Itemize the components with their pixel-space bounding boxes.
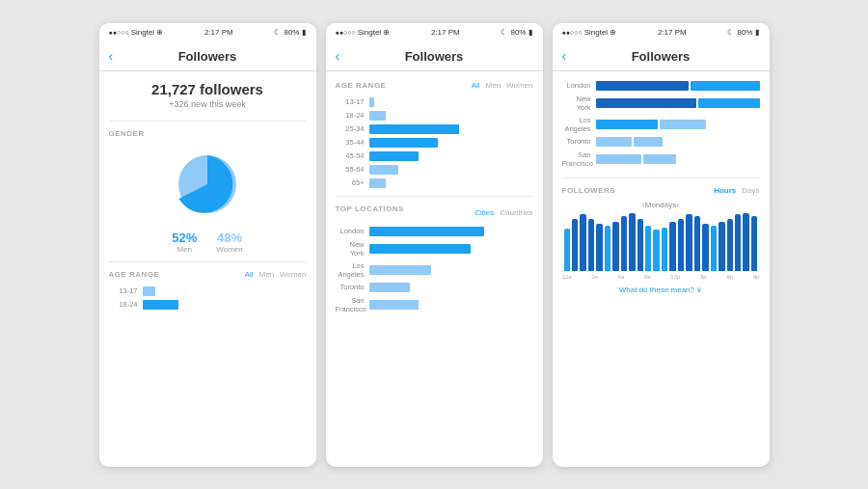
divider-1 — [109, 121, 307, 122]
age-row-18-2: 18-24 — [336, 111, 533, 121]
battery-3: 80% — [737, 28, 752, 37]
loc-toronto: Toronto — [336, 283, 533, 292]
hourly-bar-1 — [572, 219, 578, 270]
age-range-label-1: AGE RANGE — [109, 270, 160, 279]
filter-tabs-2: All Men Women — [472, 81, 533, 90]
hourly-bar-21 — [735, 214, 741, 270]
nav-title-1: Followers — [178, 49, 237, 64]
nav-title-3: Followers — [632, 49, 691, 64]
back-button-1[interactable]: ‹ — [109, 48, 114, 64]
follower-number: 21,727 followers — [109, 81, 307, 97]
phone-1-content: 21,727 followers +326 new this week GEND… — [99, 71, 316, 467]
filter-men-2[interactable]: Men — [486, 81, 502, 90]
carrier-1: Singtel — [131, 28, 154, 37]
filter-women-2[interactable]: Women — [506, 81, 532, 90]
hourly-bar-5 — [605, 226, 610, 270]
filter-all-1[interactable]: All — [245, 270, 254, 279]
divider-p3 — [562, 177, 760, 178]
age-row-45-2: 45-54 — [336, 151, 533, 161]
signal-1: ●●○○○ — [109, 29, 129, 36]
follower-count: 21,727 followers +326 new this week — [109, 81, 307, 109]
age-bars-2: 13-17 18-24 25-34 35-44 45-54 — [336, 97, 533, 188]
pie-svg — [169, 146, 246, 223]
hourly-bar-19 — [719, 222, 724, 270]
hourly-bar-16 — [694, 216, 700, 270]
moon-icon-2: ☾ — [501, 28, 507, 37]
hourly-bar-20 — [727, 219, 733, 270]
loc3-la: Los Angeles — [562, 116, 760, 133]
age-row-18-1: 18-24 — [109, 300, 307, 310]
carrier-3: Singtel — [584, 28, 608, 37]
age-range-header-1: AGE RANGE All Men Women — [109, 270, 307, 279]
hourly-bar-13 — [669, 222, 675, 270]
filter-men-1[interactable]: Men — [259, 270, 275, 279]
hourly-bar-14 — [678, 219, 684, 271]
hourly-bar-6 — [612, 222, 618, 270]
age-row-65-2: 65+ — [336, 178, 533, 188]
phone-2-content: AGE RANGE All Men Women 13-17 18-24 25-3… — [326, 71, 543, 467]
divider-2 — [109, 261, 307, 262]
hourly-bar-2 — [580, 214, 585, 270]
hourly-bar-23 — [751, 216, 757, 270]
age-range-label-2: AGE RANGE — [336, 81, 387, 90]
loc3-toronto: Toronto — [562, 137, 760, 147]
moon-icon-1: ☾ — [274, 28, 281, 37]
loc-london: London — [336, 227, 533, 236]
hourly-bar-9 — [637, 219, 643, 270]
women-label: 48% Women — [216, 231, 242, 254]
status-bar-1: ●●○○○ Singtel ⊕ 2:17 PM ☾ 80% ▮ — [99, 23, 316, 42]
hourly-bar-12 — [662, 228, 667, 270]
time-2: 2:17 PM — [431, 28, 460, 37]
signal-2: ●●○○○ — [336, 29, 356, 36]
hourly-bar-22 — [743, 213, 748, 271]
nav-title-2: Followers — [405, 49, 464, 64]
top-loc-header: TOP LOCATIONS Cities Countries — [336, 204, 533, 221]
men-text: Men — [172, 245, 197, 254]
age-range-header-2: AGE RANGE All Men Women — [336, 81, 533, 90]
followers-header-row: FOLLOWERS Hours Days — [562, 186, 760, 195]
loc3-sf: San Francisco — [562, 150, 760, 168]
hourly-labels: 12a 3a 6a 9a 12p 3p 6p 9p — [562, 274, 760, 280]
back-button-2[interactable]: ‹ — [336, 48, 340, 64]
loc3-newyork: New York — [562, 95, 760, 112]
loc3-london: London — [562, 81, 760, 91]
hourly-bar-8 — [629, 213, 635, 271]
hourly-bar-17 — [702, 224, 708, 271]
weekly-gain: +326 new this week — [109, 99, 307, 109]
women-text: Women — [216, 245, 242, 254]
mondays-label: ‹Mondays› — [562, 201, 760, 209]
what-link[interactable]: What do these mean? ∨ — [562, 285, 760, 294]
loc-countries[interactable]: Countries — [500, 208, 532, 217]
hourly-bar-3 — [588, 219, 594, 270]
age-row-55-2: 55-64 — [336, 165, 533, 175]
hourly-chart — [562, 213, 760, 271]
phone-3-content: London New York Los Angeles — [553, 71, 770, 467]
hourly-bar-0 — [564, 229, 570, 271]
filter-women-1[interactable]: Women — [280, 270, 306, 279]
hourly-bar-10 — [645, 226, 651, 270]
men-label: 52% Men — [172, 231, 197, 254]
time-1: 2:17 PM — [204, 28, 233, 37]
moon-icon-3: ☾ — [727, 28, 734, 37]
loc-newyork: New York — [336, 240, 533, 258]
toggle-days[interactable]: Days — [742, 186, 759, 195]
battery-2: 80% — [510, 28, 526, 37]
loc-sf: San Francisco — [336, 296, 533, 313]
divider-p2 — [336, 196, 533, 197]
age-row-25-2: 25-34 — [336, 124, 533, 134]
hourly-bar-4 — [596, 224, 602, 271]
back-button-3[interactable]: ‹ — [562, 48, 567, 64]
loc-la: Los Angeles — [336, 261, 533, 279]
location-bars-3: London New York Los Angeles — [562, 81, 760, 168]
wifi-icon-3: ⊕ — [610, 28, 616, 37]
time-3: 2:17 PM — [658, 28, 687, 37]
status-bar-2: ●●○○○ Singtel ⊕ 2:17 PM ☾ 80% ▮ — [326, 23, 543, 42]
nav-bar-3: ‹ Followers — [553, 42, 770, 71]
battery-icon-3: ▮ — [755, 28, 759, 37]
hourly-bar-18 — [711, 226, 717, 270]
age-row-13-1: 13-17 — [109, 286, 307, 296]
hourly-bar-15 — [686, 214, 692, 270]
filter-all-2[interactable]: All — [472, 81, 480, 90]
toggle-hours[interactable]: Hours — [714, 186, 736, 195]
loc-cities[interactable]: Cities — [475, 208, 494, 217]
